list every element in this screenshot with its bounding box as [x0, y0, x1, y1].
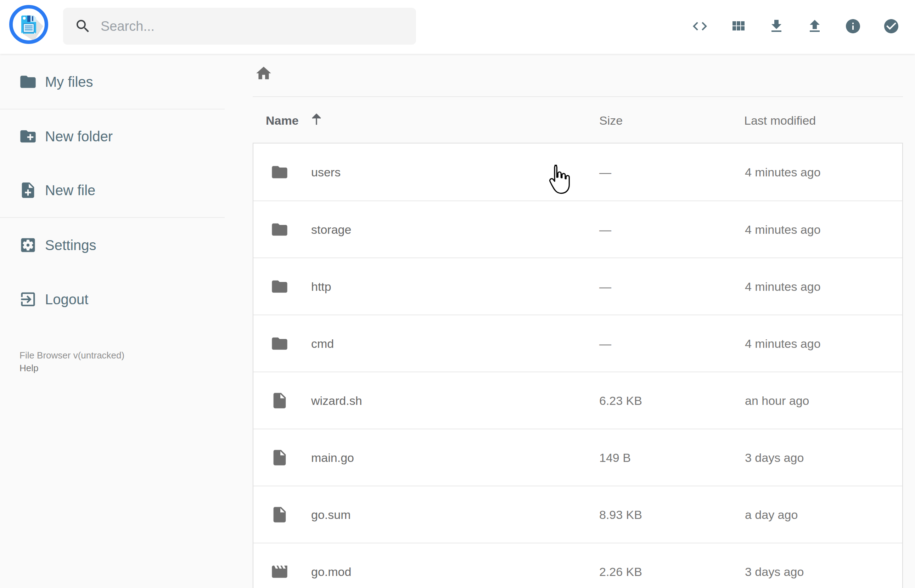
sidebar-item-logout[interactable]: Logout — [0, 281, 225, 318]
breadcrumb-divider — [253, 96, 903, 97]
sidebar-item-label: My files — [45, 74, 93, 90]
upload-icon — [806, 18, 823, 35]
sidebar-item-new-folder[interactable]: New folder — [0, 118, 225, 155]
file-modified: 3 days ago — [745, 565, 804, 578]
file-size: 8.93 KB — [599, 507, 642, 522]
download-icon — [768, 18, 785, 35]
file-name: storage — [311, 223, 351, 236]
logout-icon — [19, 290, 37, 309]
arrow-up-icon — [308, 111, 325, 128]
sidebar-item-label: Logout — [45, 292, 88, 307]
file-modified: 3 days ago — [745, 451, 804, 464]
file-modified: 4 minutes ago — [745, 336, 821, 351]
sidebar-item-my-files[interactable]: My files — [0, 63, 225, 100]
file-browser-logo[interactable] — [9, 5, 48, 44]
code-icon — [691, 18, 708, 35]
column-header-size[interactable]: Size — [599, 113, 622, 128]
floppy-disk-logo-icon — [9, 5, 48, 44]
file-size: — — [599, 336, 611, 351]
file-name: http — [311, 279, 331, 293]
check-circle-icon — [883, 18, 900, 35]
breadcrumb-home-button[interactable] — [255, 65, 273, 82]
file-modified: an hour ago — [745, 394, 809, 407]
file-row-cmd[interactable]: cmd — 4 minutes ago — [253, 315, 902, 372]
file-row-go-sum[interactable]: go.sum 8.93 KB a day ago — [253, 486, 902, 543]
sidebar-item-label: New folder — [45, 129, 113, 145]
folder-icon — [270, 220, 289, 239]
folder-icon — [270, 163, 289, 181]
file-row-users[interactable]: users — 4 minutes ago — [253, 144, 902, 200]
file-modified: 4 minutes ago — [745, 165, 821, 179]
file-size: — — [599, 279, 611, 293]
file-size: 6.23 KB — [599, 394, 642, 407]
file-icon — [270, 448, 289, 467]
shell-button[interactable] — [691, 18, 708, 35]
select-multiple-button[interactable] — [883, 18, 900, 35]
folder-plus-icon — [19, 127, 37, 145]
sidebar-item-settings[interactable]: Settings — [0, 227, 225, 263]
folder-icon — [19, 73, 37, 91]
download-button[interactable] — [768, 18, 785, 35]
file-modified: a day ago — [745, 507, 798, 522]
file-name: go.mod — [311, 565, 351, 578]
sidebar-item-label: New file — [45, 183, 95, 199]
sidebar-divider — [0, 109, 225, 110]
column-header-name[interactable]: Name — [266, 113, 299, 128]
file-name: cmd — [311, 336, 334, 351]
file-plus-icon — [19, 181, 37, 199]
file-name: main.go — [311, 451, 354, 464]
folder-icon — [270, 334, 289, 353]
file-name: users — [311, 165, 341, 179]
file-row-http[interactable]: http — 4 minutes ago — [253, 257, 902, 315]
column-header-last-modified[interactable]: Last modified — [744, 113, 816, 128]
search-icon — [74, 18, 91, 35]
info-icon — [844, 18, 862, 35]
file-size: — — [599, 223, 611, 236]
file-icon — [270, 506, 289, 524]
file-size: — — [599, 165, 611, 179]
switch-view-button[interactable] — [730, 18, 747, 35]
grid-icon — [730, 18, 747, 35]
home-icon — [255, 65, 273, 82]
upload-button[interactable] — [806, 18, 823, 35]
help-link[interactable]: Help — [19, 362, 38, 375]
file-row-go-mod[interactable]: go.mod 2.26 KB 3 days ago — [253, 543, 902, 588]
header-actions — [691, 18, 900, 35]
file-browser-app: My files New folder New file Settings Lo… — [0, 0, 915, 588]
file-icon — [270, 391, 289, 410]
sidebar-item-label: Settings — [45, 237, 96, 253]
gear-icon — [19, 236, 37, 254]
search-bar[interactable] — [63, 8, 416, 45]
file-row-wizard-sh[interactable]: wizard.sh 6.23 KB an hour ago — [253, 372, 902, 429]
sidebar-divider — [0, 217, 225, 218]
sidebar-footer: File Browser v(untracked) Help — [19, 349, 124, 375]
file-name: wizard.sh — [311, 394, 362, 407]
file-name: go.sum — [311, 507, 351, 522]
info-button[interactable] — [844, 18, 862, 35]
file-listing: users — 4 minutes ago storage — 4 minute… — [253, 143, 903, 588]
sidebar-item-new-file[interactable]: New file — [0, 172, 225, 208]
movie-icon — [270, 562, 289, 581]
search-input[interactable] — [101, 19, 416, 34]
file-row-storage[interactable]: storage — 4 minutes ago — [253, 200, 902, 257]
file-size: 2.26 KB — [599, 565, 642, 578]
folder-icon — [270, 277, 289, 296]
sort-ascending-button[interactable] — [308, 111, 325, 128]
file-modified: 4 minutes ago — [745, 279, 821, 293]
file-modified: 4 minutes ago — [745, 223, 821, 236]
app-version-text: File Browser v(untracked) — [19, 349, 124, 362]
file-row-main-go[interactable]: main.go 149 B 3 days ago — [253, 429, 902, 486]
top-header — [0, 0, 915, 54]
file-size: 149 B — [599, 451, 631, 464]
